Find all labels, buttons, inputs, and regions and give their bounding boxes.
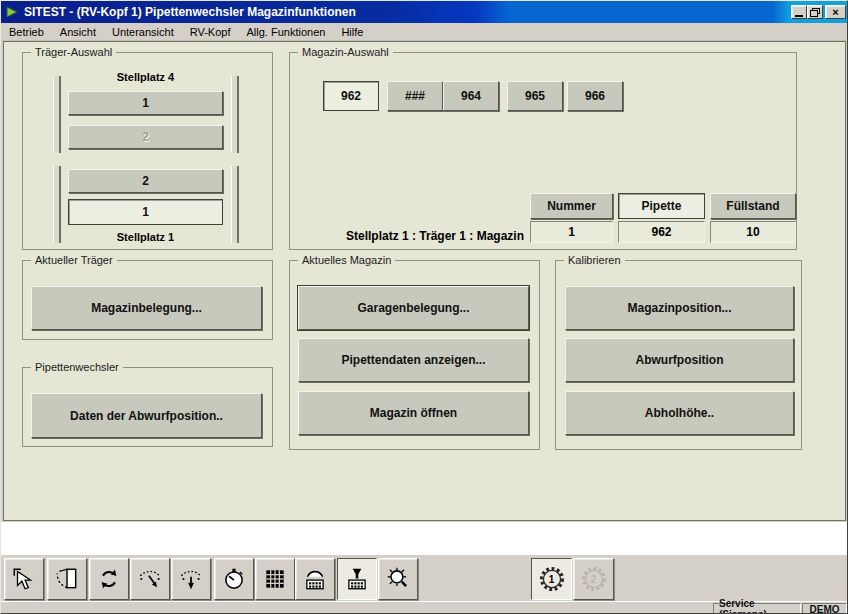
group-aktueller-traeger: Aktueller Träger Magazinbelegung... (22, 260, 273, 340)
table-header-nummer[interactable]: Nummer (530, 193, 613, 219)
table-row-label: Stellplatz 1 : Träger 1 : Magazin (290, 225, 524, 247)
magazinposition-button[interactable]: Magazinposition... (565, 286, 794, 330)
restore-button[interactable] (807, 5, 823, 19)
traeger-slot-button-2-disabled: 2 (68, 125, 223, 149)
group-aktuelles-magazin: Aktuelles Magazin Garagenbelegung... Pip… (289, 260, 540, 450)
message-band: i (1, 522, 848, 554)
rail (53, 166, 61, 243)
sun-magnifier-tool-button[interactable] (378, 558, 418, 600)
menu-hilfe[interactable]: Hilfe (333, 24, 371, 40)
status-demo-badge: DEMO (802, 603, 847, 614)
magazin-button-placeholder[interactable]: ### (387, 81, 443, 111)
value-fuellstand: 10 (710, 221, 796, 243)
rv-head-2-label: 2 (591, 574, 597, 585)
minimize-button[interactable] (791, 5, 807, 19)
stopwatch-tool-button[interactable] (214, 558, 254, 600)
group-title: Pipettenwechsler (31, 361, 123, 373)
menu-unteransicht[interactable]: Unteransicht (104, 24, 182, 40)
group-title: Aktueller Träger (31, 254, 117, 266)
rail (53, 76, 61, 153)
table-header-pipette[interactable]: Pipette (618, 193, 705, 219)
group-traeger-auswahl: Träger-Auswahl Stellplatz 4 1 2 2 1 Stel… (22, 52, 273, 250)
garage-grid-tool-button[interactable] (295, 558, 335, 600)
select-arrow-tool-button[interactable] (4, 558, 44, 600)
rv-head-1-button[interactable]: 1 (531, 558, 572, 600)
table-header-fuellstand[interactable]: Füllstand (710, 193, 796, 219)
grid-icon (262, 566, 288, 592)
value-pipette: 962 (618, 221, 705, 243)
path-down-arrow-tool-button[interactable] (171, 558, 211, 600)
menu-allg-funktionen[interactable]: Allg. Funktionen (238, 24, 333, 40)
group-pipettenwechsler: Pipettenwechsler Daten der Abwurfpositio… (22, 367, 273, 447)
title-bar: SITEST - (RV-Kopf 1) Pipettenwechsler Ma… (1, 1, 848, 23)
rail (231, 166, 239, 243)
path-arrow-icon (137, 566, 163, 592)
magazin-button-964[interactable]: 964 (443, 81, 499, 111)
funnel-grid-icon (344, 566, 370, 592)
close-button[interactable]: × (825, 5, 846, 19)
funnel-grid-tool-button[interactable] (337, 558, 377, 600)
stellplatz-1-label: Stellplatz 1 (68, 231, 223, 243)
status-bar: Service (Siemens) DEMO (1, 601, 848, 614)
door-icon (54, 566, 80, 592)
door-tool-button[interactable] (47, 558, 87, 600)
menu-ansicht[interactable]: Ansicht (52, 24, 104, 40)
menu-rv-kopf[interactable]: RV-Kopf (182, 24, 239, 40)
group-title: Kalibrieren (564, 254, 625, 266)
magazinbelegung-button[interactable]: Magazinbelegung... (31, 286, 262, 330)
path-arrow-tool-button[interactable] (130, 558, 170, 600)
rotate-icon (96, 566, 122, 592)
grid-tool-button[interactable] (255, 558, 295, 600)
stopwatch-icon (221, 566, 247, 592)
group-magazin-auswahl: Magazin-Auswahl 962 ### 964 965 966 Numm… (289, 52, 797, 250)
magazin-button-965[interactable]: 965 (507, 81, 563, 111)
content-panel: Träger-Auswahl Stellplatz 4 1 2 2 1 Stel… (3, 41, 846, 521)
abwurfposition-button[interactable]: Abwurfposition (565, 338, 794, 382)
abholhoehe-button[interactable]: Abholhöhe.. (565, 391, 794, 435)
menu-betrieb[interactable]: Betrieb (1, 24, 52, 40)
status-service: Service (Siemens) (713, 603, 801, 614)
traeger-slot-button-2[interactable]: 2 (68, 169, 223, 193)
garagenbelegung-button[interactable]: Garagenbelegung... (298, 286, 529, 330)
sun-magnifier-icon (385, 566, 411, 592)
magazin-button-962[interactable]: 962 (323, 81, 379, 111)
close-icon: × (832, 6, 838, 18)
app-icon (5, 5, 19, 19)
magazin-oeffnen-button[interactable]: Magazin öffnen (298, 391, 529, 435)
group-kalibrieren: Kalibrieren Magazinposition... Abwurfpos… (555, 260, 802, 450)
traeger-slot-button-1[interactable]: 1 (68, 91, 223, 115)
window-title: SITEST - (RV-Kopf 1) Pipettenwechsler Ma… (24, 5, 356, 19)
rv-head-1-label: 1 (549, 574, 555, 585)
daten-der-abwurfposition-button[interactable]: Daten der Abwurfposition.. (31, 393, 262, 438)
rv-head-2-button: 2 (573, 558, 614, 600)
rotate-tool-button[interactable] (89, 558, 129, 600)
toolbar: 1 2 (1, 554, 848, 602)
group-title: Magazin-Auswahl (298, 46, 393, 58)
app-window: SITEST - (RV-Kopf 1) Pipettenwechsler Ma… (0, 0, 848, 614)
pipettendaten-anzeigen-button[interactable]: Pipettendaten anzeigen... (298, 338, 529, 382)
stellplatz-4-label: Stellplatz 4 (68, 71, 223, 83)
restore-icon (810, 8, 820, 17)
path-down-arrow-icon (178, 566, 204, 592)
minimize-icon (795, 15, 803, 17)
menu-bar: Betrieb Ansicht Unteransicht RV-Kopf All… (1, 23, 848, 41)
group-title: Träger-Auswahl (31, 46, 116, 58)
traeger-slot-button-1-selected[interactable]: 1 (68, 199, 223, 225)
garage-grid-icon (302, 566, 328, 592)
value-nummer: 1 (530, 221, 613, 243)
group-title: Aktuelles Magazin (298, 254, 395, 266)
magazin-button-966[interactable]: 966 (567, 81, 623, 111)
select-arrow-icon (11, 566, 37, 592)
rail (231, 76, 239, 153)
